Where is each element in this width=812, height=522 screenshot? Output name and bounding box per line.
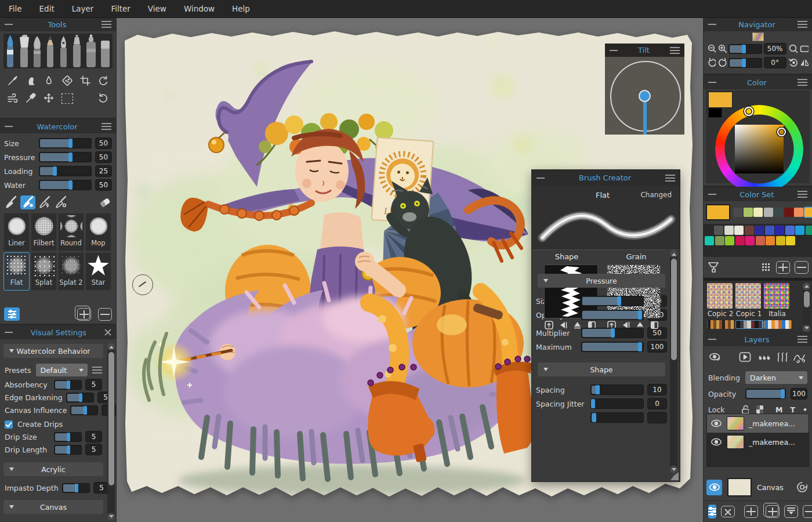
zoom-in-icon[interactable] bbox=[717, 44, 726, 54]
color-swatch[interactable] bbox=[794, 208, 803, 217]
duplicate-layer-button[interactable] bbox=[766, 505, 780, 518]
panel-menu-icon[interactable] bbox=[670, 47, 680, 54]
create-drips-checkbox[interactable] bbox=[5, 420, 13, 429]
merge-layers-button[interactable] bbox=[784, 505, 798, 518]
shape-flip-h-icon[interactable] bbox=[559, 320, 568, 330]
play-animation-icon[interactable] bbox=[738, 351, 752, 364]
tool-pastel-stick[interactable] bbox=[101, 41, 110, 67]
bc-opacity-slider[interactable] bbox=[581, 310, 644, 320]
color-swatch[interactable] bbox=[806, 226, 812, 235]
color-swatch[interactable] bbox=[733, 208, 742, 217]
fit-screen-icon[interactable] bbox=[799, 44, 809, 54]
lock-mask-icon[interactable]: M bbox=[775, 405, 782, 414]
preset-liner[interactable]: Liner bbox=[3, 213, 30, 251]
color-swatch[interactable] bbox=[774, 208, 783, 217]
collapse-icon[interactable] bbox=[708, 339, 716, 340]
select-tool-icon[interactable] bbox=[61, 93, 73, 104]
add-layer-button[interactable] bbox=[744, 505, 758, 518]
rotation-value[interactable]: 0° bbox=[764, 57, 786, 68]
grain-invert-icon[interactable] bbox=[650, 320, 659, 330]
menu-edit[interactable]: Edit bbox=[31, 0, 63, 17]
collapse-icon[interactable] bbox=[708, 24, 716, 25]
panel-menu-icon[interactable] bbox=[102, 123, 111, 130]
color-swatch[interactable] bbox=[745, 226, 754, 235]
size-value[interactable]: 50 bbox=[95, 137, 112, 149]
tracing-icon[interactable] bbox=[708, 351, 722, 364]
panel-menu-icon[interactable] bbox=[798, 336, 807, 343]
layer-opacity-slider[interactable] bbox=[745, 389, 786, 399]
absorbency-value[interactable]: 5 bbox=[85, 379, 102, 390]
loading-slider[interactable] bbox=[39, 166, 92, 176]
remove-color-button[interactable] bbox=[795, 261, 809, 274]
color-swatch[interactable] bbox=[784, 208, 793, 217]
bc-spacing-slider[interactable] bbox=[590, 385, 644, 395]
set-strip-2-selected[interactable] bbox=[735, 320, 763, 329]
set-italia[interactable]: Italia bbox=[764, 283, 791, 334]
canvas-settings-icon[interactable] bbox=[795, 481, 809, 494]
tool-marker[interactable] bbox=[73, 35, 81, 67]
blending-dropdown[interactable]: Darken bbox=[745, 371, 807, 384]
lock-texture-icon[interactable]: T bbox=[790, 405, 795, 414]
secondary-color-swatch[interactable] bbox=[708, 108, 722, 118]
color-swatch[interactable] bbox=[714, 226, 723, 235]
watercolor-behavior-header[interactable]: Watercolor Behavior bbox=[3, 344, 103, 358]
preset-splat[interactable]: Splat bbox=[31, 252, 57, 291]
color-swatch[interactable] bbox=[804, 208, 812, 217]
brush-creator-scrollbar[interactable] bbox=[670, 250, 677, 473]
absorbency-slider[interactable] bbox=[54, 380, 82, 390]
bc-size-slider[interactable] bbox=[581, 296, 644, 306]
panel-menu-icon[interactable] bbox=[798, 21, 807, 28]
set-copic1[interactable]: Copic 1 bbox=[735, 283, 762, 334]
bc-maximum-value[interactable]: 100 bbox=[647, 341, 667, 353]
tool-filbert-brush[interactable] bbox=[34, 36, 41, 67]
tilt-knob[interactable] bbox=[639, 90, 651, 102]
paint-tool-icon[interactable] bbox=[7, 75, 19, 86]
color-set-scrollbar[interactable] bbox=[803, 282, 810, 332]
zoom-actual-icon[interactable] bbox=[788, 44, 798, 54]
brush-settings-button[interactable] bbox=[4, 307, 20, 321]
resize-handle[interactable] bbox=[670, 472, 679, 480]
collapse-icon[interactable] bbox=[708, 194, 716, 195]
preset-star[interactable]: Star bbox=[85, 252, 111, 291]
bc-spacing-jitter-value[interactable]: 0 bbox=[647, 398, 667, 409]
shape-load-icon[interactable] bbox=[544, 320, 554, 330]
color-swatch[interactable] bbox=[795, 226, 804, 235]
set-copic2[interactable]: Copic 2 bbox=[707, 283, 734, 334]
color-swatch[interactable] bbox=[705, 236, 714, 245]
tool-ink-pen[interactable] bbox=[60, 36, 67, 67]
menu-window[interactable]: Window bbox=[175, 0, 223, 17]
color-swatch[interactable] bbox=[764, 208, 773, 217]
hue-marker[interactable] bbox=[744, 107, 753, 116]
water-value[interactable]: 50 bbox=[95, 179, 112, 191]
preset-mop[interactable]: Mop bbox=[85, 213, 111, 251]
lock-dot-icon[interactable]: • bbox=[803, 405, 807, 414]
transform-tool-icon[interactable] bbox=[43, 92, 55, 104]
rotate-ccw-icon[interactable] bbox=[707, 57, 716, 68]
remove-preset-button[interactable] bbox=[98, 308, 112, 321]
visual-settings-scrollbar[interactable] bbox=[107, 343, 115, 520]
layer-row-2[interactable]: _makemea... bbox=[707, 433, 809, 451]
wet-layer-icon[interactable] bbox=[756, 351, 771, 364]
current-color-swatch[interactable] bbox=[706, 204, 730, 220]
layer-opacity-value[interactable]: 100 bbox=[791, 388, 807, 400]
collapse-icon[interactable] bbox=[5, 332, 13, 333]
acrylic-header[interactable]: Acrylic bbox=[3, 462, 103, 476]
drip-length-slider[interactable] bbox=[54, 445, 82, 455]
close-icon[interactable] bbox=[104, 329, 111, 336]
layer-settings-button[interactable] bbox=[708, 505, 716, 519]
flip-horizontal-icon[interactable] bbox=[799, 57, 809, 68]
clear-layer-button[interactable] bbox=[721, 506, 735, 517]
redo-icon[interactable] bbox=[97, 92, 109, 104]
color-swatch[interactable] bbox=[734, 226, 744, 235]
color-swatch[interactable] bbox=[745, 236, 755, 245]
drip-length-value[interactable]: 5 bbox=[85, 444, 102, 455]
rotation-slider[interactable] bbox=[728, 58, 762, 68]
menu-help[interactable]: Help bbox=[223, 0, 259, 17]
layer-visible-icon[interactable] bbox=[710, 419, 722, 428]
panel-menu-icon[interactable] bbox=[665, 175, 675, 182]
layer-visible-icon[interactable] bbox=[710, 437, 722, 447]
preset-splat2[interactable]: Splat 2 bbox=[58, 252, 84, 291]
set-strip-1[interactable] bbox=[707, 320, 735, 329]
bc-spacing-jitter-slider[interactable] bbox=[590, 398, 644, 409]
canvas-layer-row[interactable]: Canvas bbox=[706, 476, 809, 498]
